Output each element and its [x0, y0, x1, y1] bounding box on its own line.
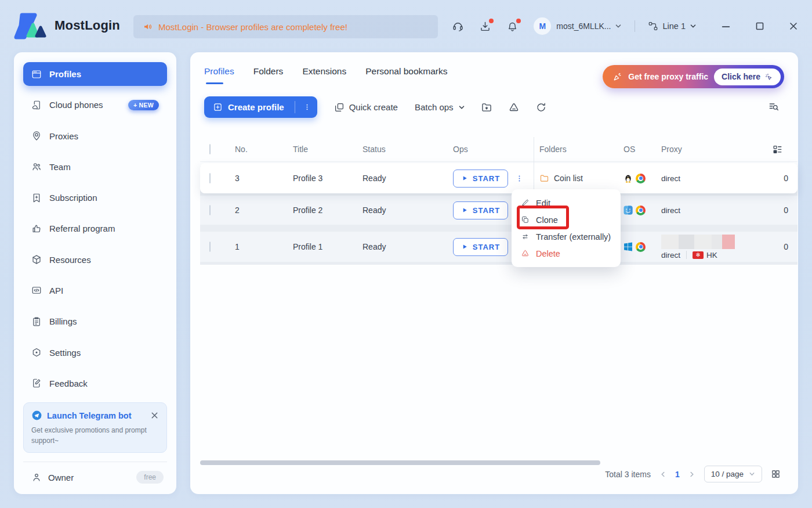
page-size-value: 10 / page	[711, 470, 744, 478]
sidebar-item-billings[interactable]: Billings	[23, 309, 167, 333]
sidebar-item-team[interactable]: Team	[23, 155, 167, 179]
notifications-bell-icon[interactable]	[506, 20, 519, 33]
tab-bar: Profiles Folders Extensions Personal boo…	[204, 66, 448, 84]
more-vertical-icon[interactable]	[303, 103, 311, 111]
column-header-status[interactable]: Status	[356, 145, 446, 154]
row-more-actions-icon[interactable]	[515, 174, 524, 183]
sidebar-item-profiles[interactable]: Profiles	[23, 62, 167, 86]
start-button[interactable]: START	[453, 170, 508, 188]
user-chevron-down-icon[interactable]	[615, 23, 622, 30]
column-header-os[interactable]: OS	[617, 145, 654, 154]
sidebar-item-referral-program[interactable]: Referral program	[23, 217, 167, 240]
announcement-text: MostLogin - Browser profiles are complet…	[158, 22, 347, 32]
sidebar-item-label: API	[49, 286, 63, 296]
previous-page-icon[interactable]	[659, 471, 666, 478]
start-button[interactable]: START	[453, 238, 508, 256]
cell-no: 3	[228, 174, 286, 183]
minimize-button[interactable]	[721, 21, 731, 31]
menu-item-label: Edit	[536, 199, 550, 208]
sidebar-item-proxies[interactable]: Proxies	[23, 124, 167, 148]
hong-kong-flag-icon: ✻	[693, 251, 704, 259]
sidebar-item-subscription[interactable]: Subscription	[23, 186, 167, 210]
recycle-bin-icon[interactable]	[508, 102, 520, 113]
menu-item-clone[interactable]: Clone	[512, 211, 621, 228]
sidebar: Profiles Cloud phones + NEW Proxies T	[14, 52, 176, 494]
batch-ops-dropdown[interactable]: Batch ops	[415, 102, 465, 112]
tab-profiles[interactable]: Profiles	[204, 66, 234, 84]
tab-personal-bookmarks[interactable]: Personal bookmarks	[365, 66, 447, 84]
sidebar-item-settings[interactable]: Settings	[23, 340, 167, 364]
maximize-button[interactable]	[755, 21, 764, 31]
telegram-card-description: Get exclusive promotions and prompt supp…	[31, 425, 159, 446]
page-number[interactable]: 1	[675, 470, 680, 479]
download-notification-dot	[489, 19, 494, 23]
top-bar: MostLogin MostLogin - Browser profiles a…	[0, 0, 812, 52]
horizontal-scrollbar[interactable]	[200, 460, 600, 465]
sidebar-item-cloud-phones[interactable]: Cloud phones + NEW	[23, 93, 167, 117]
grid-view-icon[interactable]	[771, 469, 781, 479]
telegram-icon	[31, 410, 42, 421]
line-chevron-down-icon	[690, 23, 697, 30]
sidebar-item-feedback[interactable]: Feedback	[23, 372, 167, 395]
column-header-title[interactable]: Title	[286, 145, 356, 154]
quick-create-icon	[334, 102, 345, 113]
sidebar-item-resources[interactable]: Resources	[23, 248, 167, 272]
proxy-promo-banner[interactable]: Get free proxy traffic Click here	[603, 65, 784, 88]
line-selector[interactable]: Line 1	[648, 21, 697, 31]
cell-folder[interactable]: Coin list	[554, 174, 583, 183]
sidebar-item-label: Team	[49, 162, 71, 172]
tab-folders[interactable]: Folders	[253, 66, 284, 84]
column-header-folders[interactable]: Folders	[532, 145, 617, 154]
table-row-profile-1[interactable]: 1 Profile 1 Ready START direct	[200, 232, 798, 262]
tab-extensions[interactable]: Extensions	[302, 66, 346, 84]
user-avatar[interactable]: M	[534, 17, 551, 35]
clipboard-icon	[31, 316, 42, 327]
owner-label: Owner	[48, 473, 74, 482]
owner-person-icon	[31, 472, 42, 482]
table-row-profile-2[interactable]: 2 Profile 2 Ready START direct 0	[200, 196, 798, 225]
owner-row[interactable]: Owner free	[23, 462, 167, 484]
speaker-icon	[143, 21, 153, 32]
import-folder-icon[interactable]	[481, 102, 492, 113]
row-checkbox[interactable]	[209, 242, 211, 252]
support-headset-icon[interactable]	[452, 20, 464, 33]
delete-triangle-icon	[521, 249, 530, 258]
search-filter-icon[interactable]	[768, 101, 780, 113]
proxy-divider	[686, 251, 687, 259]
select-all-checkbox[interactable]	[209, 144, 211, 154]
announcement-banner: MostLogin - Browser profiles are complet…	[133, 15, 438, 38]
row-checkbox[interactable]	[209, 205, 211, 215]
column-header-ops[interactable]: Ops	[446, 145, 532, 154]
promo-click-here-button[interactable]: Click here	[714, 69, 781, 85]
start-label: START	[473, 206, 500, 215]
refresh-icon[interactable]	[535, 102, 547, 113]
next-page-icon[interactable]	[688, 471, 695, 478]
column-header-proxy[interactable]: Proxy	[654, 145, 754, 154]
menu-item-edit[interactable]: Edit	[512, 194, 621, 211]
plan-badge: free	[136, 471, 164, 484]
telegram-card-close-icon[interactable]	[150, 411, 159, 420]
main-panel: Profiles Folders Extensions Personal boo…	[190, 52, 798, 494]
row-checkbox[interactable]	[209, 173, 211, 183]
cell-title: Profile 3	[286, 174, 356, 183]
menu-item-delete[interactable]: Delete	[512, 245, 621, 262]
table-row-profile-3[interactable]: 3 Profile 3 Ready START Coin list	[200, 163, 798, 193]
page-size-select[interactable]: 10 / page	[704, 466, 762, 482]
download-icon[interactable]	[479, 20, 491, 33]
sidebar-item-api[interactable]: API	[23, 279, 167, 302]
menu-item-transfer[interactable]: Transfer (externally)	[512, 228, 621, 245]
cell-proxy: direct	[654, 174, 754, 183]
create-profile-button[interactable]: Create profile	[204, 96, 317, 118]
column-settings-icon[interactable]	[772, 144, 783, 155]
column-header-no[interactable]: No.	[228, 145, 286, 154]
quick-create-button[interactable]: Quick create	[334, 102, 398, 113]
button-divider	[295, 101, 295, 113]
user-name[interactable]: most_6MLLK...	[556, 21, 611, 31]
cell-count: 0	[754, 174, 798, 183]
start-button[interactable]: START	[453, 201, 508, 219]
close-button[interactable]	[789, 21, 798, 31]
telegram-card-title[interactable]: Launch Telegram bot	[47, 411, 132, 420]
header-divider	[200, 161, 798, 162]
sidebar-item-label: Billings	[49, 316, 77, 326]
play-icon	[461, 243, 468, 250]
